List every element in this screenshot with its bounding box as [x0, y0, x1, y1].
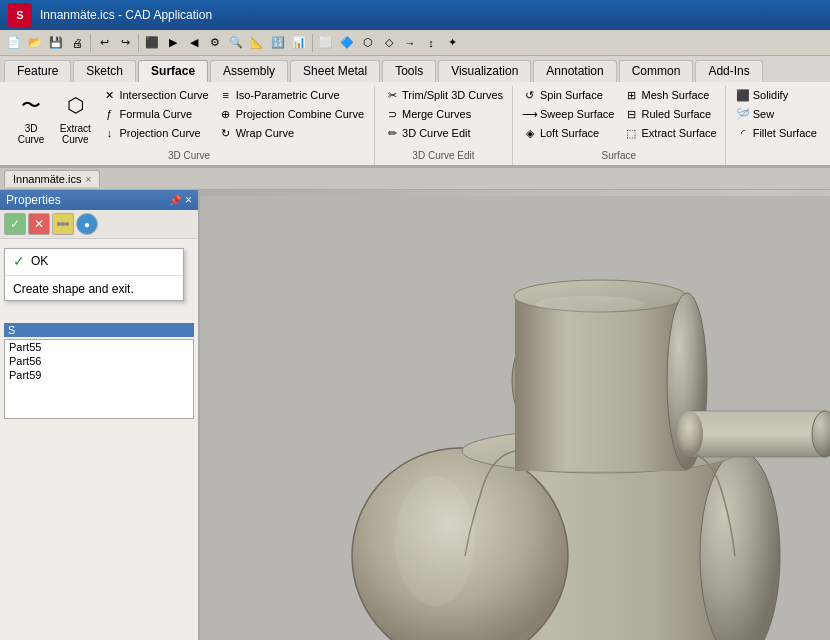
star-button[interactable]: ✦: [442, 33, 462, 53]
axis-button[interactable]: ↕: [421, 33, 441, 53]
create-label: Create shape and exit.: [13, 282, 134, 296]
zoom-button[interactable]: 🔍: [226, 33, 246, 53]
group-items: ✂ Trim/Split 3D Curves ⊃ Merge Curves ✏ …: [381, 86, 506, 148]
selection-list: S Part55 Part56 Part59: [0, 319, 198, 640]
doc-tab[interactable]: Innanmäte.ics ×: [4, 170, 100, 187]
measure-button[interactable]: 📐: [247, 33, 267, 53]
tab-annotation[interactable]: Annotation: [533, 60, 616, 82]
info-button[interactable]: ●: [76, 213, 98, 235]
wrap-label: Wrap Curve: [236, 127, 294, 139]
btn-spin-surface[interactable]: ↺ Spin Surface: [519, 86, 619, 104]
tab-sheet-metal[interactable]: Sheet Metal: [290, 60, 380, 82]
curve-edit-label: 3D Curve Edit: [402, 127, 470, 139]
pin-icon[interactable]: 📌: [169, 195, 181, 206]
btn-intersection-curve[interactable]: ✕ Intersection Curve: [98, 86, 212, 104]
open-button[interactable]: 📂: [25, 33, 45, 53]
group-items: ⬛ Solidify 🪡 Sew ◜ Fillet Surface: [732, 86, 820, 159]
btn-formula-curve[interactable]: ƒ Formula Curve: [98, 105, 212, 123]
btn-wrap-curve[interactable]: ↻ Wrap Curve: [215, 124, 368, 142]
settings-button[interactable]: ⚙: [205, 33, 225, 53]
btn-merge-curves[interactable]: ⊃ Merge Curves: [381, 105, 507, 123]
tab-assembly[interactable]: Assembly: [210, 60, 288, 82]
ribbon-group-solid: ⬛ Solidify 🪡 Sew ◜ Fillet Surface: [726, 86, 826, 165]
close-properties[interactable]: ×: [185, 193, 192, 207]
arrow-button[interactable]: →: [400, 33, 420, 53]
properties-title: Properties: [6, 193, 61, 207]
separator3: [312, 34, 313, 52]
projection-icon: ↓: [102, 126, 116, 140]
redo-button[interactable]: ↪: [115, 33, 135, 53]
btn-sew[interactable]: 🪡 Sew: [732, 105, 821, 123]
trim-label: Trim/Split 3D Curves: [402, 89, 503, 101]
undo-button[interactable]: ↩: [94, 33, 114, 53]
btn-3d-curve-edit[interactable]: ✏ 3D Curve Edit: [381, 124, 507, 142]
options-button[interactable]: [52, 213, 74, 235]
hex-button[interactable]: ⬡: [358, 33, 378, 53]
ok-item-ok[interactable]: ✓ OK: [5, 249, 183, 273]
surface-col-1: ↺ Spin Surface ⟶ Sweep Surface ◈ Loft Su…: [519, 86, 619, 148]
ok-label: OK: [31, 254, 48, 268]
rect-button[interactable]: ⬜: [316, 33, 336, 53]
list-item[interactable]: Part55: [5, 340, 193, 354]
spin-icon: ↺: [523, 88, 537, 102]
list-item[interactable]: Part59: [5, 368, 193, 382]
separator2: [138, 34, 139, 52]
btn-3d-curve-label: 3DCurve: [18, 123, 45, 145]
group-label-solid: [732, 161, 820, 163]
chart-button[interactable]: 📊: [289, 33, 309, 53]
list-item[interactable]: Part56: [5, 354, 193, 368]
intersection-icon: ✕: [102, 88, 116, 102]
btn-trim-split[interactable]: ✂ Trim/Split 3D Curves: [381, 86, 507, 104]
tab-visualization[interactable]: Visualization: [438, 60, 531, 82]
tab-tools[interactable]: Tools: [382, 60, 436, 82]
btn-mesh-surface[interactable]: ⊞ Mesh Surface: [620, 86, 720, 104]
solidify-label: Solidify: [753, 89, 788, 101]
svg-rect-13: [690, 411, 825, 457]
doc-tab-bar: Innanmäte.ics ×: [0, 168, 830, 190]
viewport[interactable]: [200, 190, 830, 640]
extract-surf-label: Extract Surface: [641, 127, 716, 139]
number-button[interactable]: 🔢: [268, 33, 288, 53]
save-button[interactable]: 💾: [46, 33, 66, 53]
tab-common[interactable]: Common: [619, 60, 694, 82]
doc-tab-close[interactable]: ×: [85, 174, 91, 185]
btn-solidify[interactable]: ⬛ Solidify: [732, 86, 821, 104]
mesh-icon: ⊞: [624, 88, 638, 102]
loft-icon: ◈: [523, 126, 537, 140]
btn-sweep-surface[interactable]: ⟶ Sweep Surface: [519, 105, 619, 123]
shape-button[interactable]: 🔷: [337, 33, 357, 53]
play-button[interactable]: ▶: [163, 33, 183, 53]
btn-3d-curve[interactable]: 〜 3DCurve: [10, 86, 52, 148]
btn-extract-curve[interactable]: ⬡ ExtractCurve: [54, 86, 96, 148]
properties-toolbar: ✓ ✕ ●: [0, 210, 198, 239]
btn-projection-curve[interactable]: ↓ Projection Curve: [98, 124, 212, 142]
svg-point-17: [395, 476, 475, 606]
back-button[interactable]: ◀: [184, 33, 204, 53]
tab-sketch[interactable]: Sketch: [73, 60, 136, 82]
ok-button[interactable]: ✓: [4, 213, 26, 235]
diamond-button[interactable]: ◇: [379, 33, 399, 53]
ribbon: Feature Sketch Surface Assembly Sheet Me…: [0, 56, 830, 168]
ok-dropdown: ✓ OK Create shape and exit.: [4, 248, 184, 301]
svg-point-0: [57, 222, 61, 226]
select-button[interactable]: ⬛: [142, 33, 162, 53]
btn-projection-combine[interactable]: ⊕ Projection Combine Curve: [215, 105, 368, 123]
btn-extract-surface[interactable]: ⬚ Extract Surface: [620, 124, 720, 142]
btn-iso-parametric[interactable]: ≡ Iso-Parametric Curve: [215, 86, 368, 104]
btn-fillet-surface[interactable]: ◜ Fillet Surface: [732, 124, 821, 142]
tab-surface[interactable]: Surface: [138, 60, 208, 82]
fillet-label: Fillet Surface: [753, 127, 817, 139]
btn-loft-surface[interactable]: ◈ Loft Surface: [519, 124, 619, 142]
new-button[interactable]: 📄: [4, 33, 24, 53]
btn-ruled-surface[interactable]: ⊟ Ruled Surface: [620, 105, 720, 123]
tab-add-ins[interactable]: Add-Ins: [695, 60, 762, 82]
spin-label: Spin Surface: [540, 89, 603, 101]
formula-label: Formula Curve: [119, 108, 192, 120]
separator: [90, 34, 91, 52]
ok-item-create[interactable]: Create shape and exit.: [5, 278, 183, 300]
cancel-button[interactable]: ✕: [28, 213, 50, 235]
sew-label: Sew: [753, 108, 774, 120]
print-button[interactable]: 🖨: [67, 33, 87, 53]
tab-feature[interactable]: Feature: [4, 60, 71, 82]
sweep-label: Sweep Surface: [540, 108, 615, 120]
